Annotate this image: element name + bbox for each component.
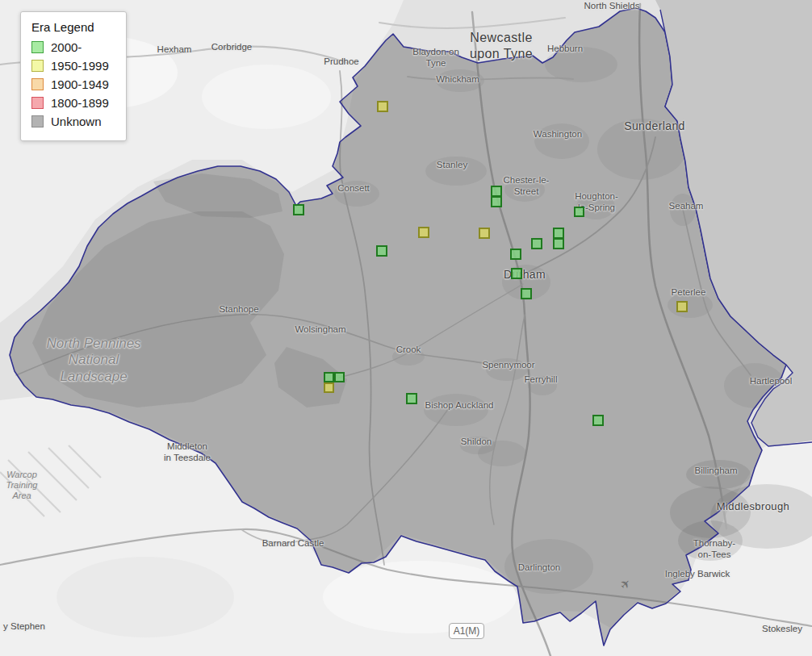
legend-item-label: 1900-1949	[51, 77, 109, 91]
era-legend: Era Legend 2000-1950-19991900-19491800-1…	[20, 11, 127, 141]
era-marker-2000[interactable]	[293, 204, 304, 215]
legend-swatch-1800-1899	[31, 97, 44, 109]
legend-item-2000: 2000-	[31, 40, 115, 54]
legend-swatch-2000	[31, 41, 44, 53]
legend-title: Era Legend	[31, 20, 115, 34]
era-marker-2000[interactable]	[553, 228, 564, 239]
era-marker-2000[interactable]	[406, 393, 417, 404]
era-marker-2000[interactable]	[553, 238, 564, 249]
era-marker-2000[interactable]	[592, 415, 604, 426]
legend-item-label: 1800-1899	[51, 96, 109, 110]
era-marker-2000[interactable]	[531, 238, 542, 249]
legend-item-label: Unknown	[51, 115, 102, 128]
era-marker-2000[interactable]	[491, 196, 502, 207]
era-marker-2000[interactable]	[491, 186, 502, 197]
legend-item-1800-1899: 1800-1899	[31, 96, 115, 110]
era-marker-1950-1999[interactable]	[676, 301, 688, 312]
legend-item-label: 2000-	[51, 40, 82, 54]
legend-swatch-unknown	[31, 115, 44, 127]
legend-item-unknown: Unknown	[31, 115, 115, 128]
legend-items: 2000-1950-19991900-19491800-1899Unknown	[31, 40, 115, 128]
legend-swatch-1950-1999	[31, 60, 44, 72]
era-marker-2000[interactable]	[324, 372, 334, 382]
road-badge-label: A1(M)	[454, 625, 480, 637]
era-marker-2000[interactable]	[510, 249, 521, 260]
era-marker-2000[interactable]	[334, 372, 345, 382]
terrain-patch	[323, 561, 517, 633]
map[interactable]: Newcastle upon TyneSunderlandDurhamMiddl…	[0, 0, 812, 656]
legend-item-1950-1999: 1950-1999	[31, 59, 115, 73]
terrain-patch	[57, 557, 234, 637]
terrain-patch	[202, 65, 331, 129]
era-marker-1950-1999[interactable]	[479, 228, 490, 239]
road-badge: A1(M)	[449, 623, 484, 639]
legend-item-1900-1949: 1900-1949	[31, 77, 115, 91]
era-marker-2000[interactable]	[521, 288, 532, 299]
era-marker-1950-1999[interactable]	[324, 382, 334, 393]
era-marker-1950-1999[interactable]	[377, 101, 388, 112]
legend-item-label: 1950-1999	[51, 59, 109, 73]
legend-swatch-1900-1949	[31, 78, 44, 90]
era-marker-2000[interactable]	[574, 207, 584, 217]
era-marker-2000[interactable]	[511, 268, 522, 279]
era-marker-1950-1999[interactable]	[418, 227, 429, 238]
era-marker-2000[interactable]	[376, 245, 387, 257]
